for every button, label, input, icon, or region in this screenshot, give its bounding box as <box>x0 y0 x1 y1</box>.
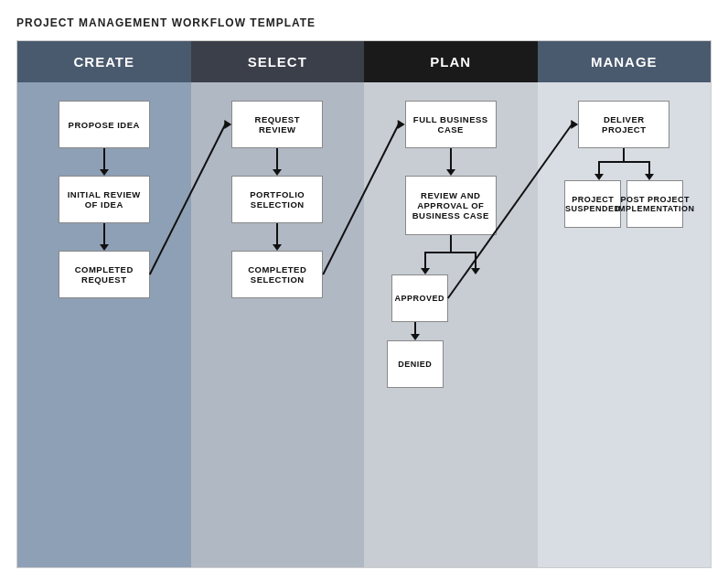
box-completed-selection: COMPLETED SELECTION <box>231 251 323 298</box>
col-header-select: SELECT <box>191 41 365 82</box>
arrow-select-2 <box>273 223 282 251</box>
branch-boxes: APPROVED <box>387 274 515 322</box>
create-flow: PROPOSE IDEA INITIAL REVIEW OF IDEA COMP… <box>27 101 182 298</box>
arrow-create-2 <box>100 223 109 251</box>
arrow-create-1 <box>100 148 109 176</box>
box-deliver-project: DELIVER PROJECT <box>578 101 669 148</box>
branch-h-bar <box>425 252 476 253</box>
branch-right-spacer <box>454 274 510 322</box>
denied-section: DENIED <box>387 322 515 388</box>
box-review-approval: REVIEW AND APPROVAL OF BUSINESS CASE <box>405 176 497 235</box>
branch-right <box>451 252 501 274</box>
box-full-business-case: FULL BUSINESS CASE <box>405 101 497 148</box>
col-header-manage: MANAGE <box>538 41 712 82</box>
box-propose-idea: PROPOSE IDEA <box>59 101 150 148</box>
box-approved: APPROVED <box>391 274 448 322</box>
branch-shaft-top <box>450 235 452 252</box>
col-select: REQUEST REVIEW PORTFOLIO SELECTION COMPL… <box>191 82 365 567</box>
select-flow: REQUEST REVIEW PORTFOLIO SELECTION COMPL… <box>200 101 356 298</box>
manage-branch: PROJECT SUSPENDED POST PROJECT IMPLEMENT… <box>547 148 702 228</box>
manage-h-branch <box>573 161 674 180</box>
page-title: PROJECT MANAGEMENT WORKFLOW TEMPLATE <box>16 16 712 29</box>
manage-flow: DELIVER PROJECT <box>547 101 702 228</box>
body-row: PROPOSE IDEA INITIAL REVIEW OF IDEA COMP… <box>17 82 711 567</box>
arrow-select-1 <box>273 148 282 176</box>
branch-left <box>401 252 451 274</box>
arrow-plan-1 <box>446 148 455 176</box>
box-initial-review: INITIAL REVIEW OF IDEA <box>59 176 150 223</box>
box-completed-request: COMPLETED REQUEST <box>59 251 150 298</box>
approved-to-denied: DENIED <box>387 322 444 388</box>
box-portfolio-selection: PORTFOLIO SELECTION <box>231 176 323 223</box>
manage-branch-boxes: PROJECT SUSPENDED POST PROJECT IMPLEMENT… <box>560 180 688 228</box>
box-denied: DENIED <box>387 340 444 388</box>
branch-from-review: APPROVED DENIED <box>373 235 529 388</box>
col-header-create: CREATE <box>17 41 191 82</box>
col-plan: FULL BUSINESS CASE REVIEW AND APPROVAL O… <box>364 82 538 567</box>
col-header-plan: PLAN <box>364 41 538 82</box>
box-post-project: POST PROJECT IMPLEMENTATION <box>626 180 683 228</box>
box-project-suspended: PROJECT SUSPENDED <box>564 180 621 228</box>
box-request-review: REQUEST REVIEW <box>231 101 323 148</box>
header-row: CREATE SELECT PLAN MANAGE <box>17 41 711 82</box>
plan-flow: FULL BUSINESS CASE REVIEW AND APPROVAL O… <box>373 101 529 388</box>
col-manage: DELIVER PROJECT <box>538 82 712 567</box>
branch-h-line <box>401 252 501 274</box>
workflow-container: CREATE SELECT PLAN MANAGE PROPOSE IDEA I… <box>16 40 712 568</box>
col-create: PROPOSE IDEA INITIAL REVIEW OF IDEA COMP… <box>17 82 191 567</box>
